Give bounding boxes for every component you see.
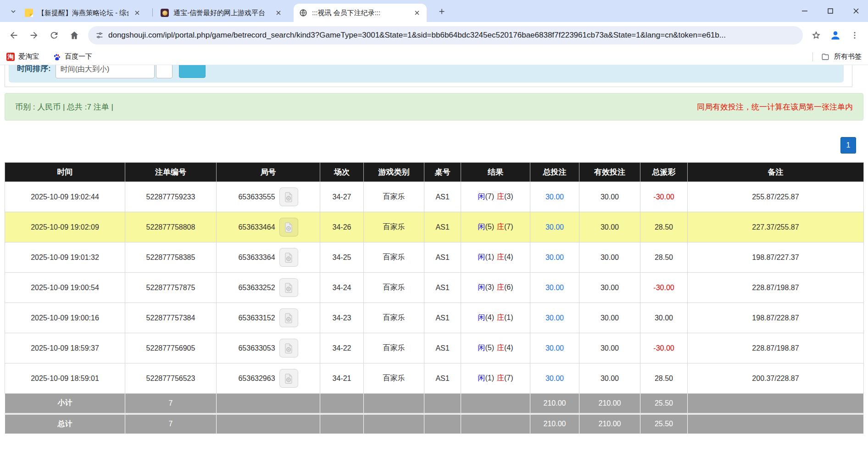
- result-banker-score: (6): [504, 283, 513, 291]
- cell-note: 228.87/198.87: [688, 333, 864, 363]
- pagination-page-1-button[interactable]: 1: [840, 137, 856, 154]
- browser-toolbar: dongshouji.com/ipl/portal.php/game/betre…: [0, 22, 868, 49]
- video-replay-button[interactable]: [279, 187, 298, 206]
- cell-game-type: 百家乐: [364, 333, 424, 363]
- search-button[interactable]: [179, 65, 206, 78]
- total-bet-link[interactable]: 30.00: [545, 284, 564, 292]
- cell-note: 198.87/227.37: [688, 242, 864, 273]
- bookmarks-bar: 淘 爱淘宝 百度一下 所有书签: [0, 49, 868, 65]
- minimize-button[interactable]: [798, 5, 811, 17]
- footer-cell: 210.00: [530, 414, 579, 434]
- tab-title: 【新提醒】海燕策略论坛 - 综合: [38, 9, 128, 17]
- cell-payout: 28.50: [640, 242, 688, 273]
- forward-button[interactable]: [25, 26, 43, 44]
- all-bookmarks[interactable]: 所有书签: [812, 52, 862, 61]
- column-header: 时间: [5, 163, 125, 182]
- video-replay-button[interactable]: [279, 218, 298, 236]
- table-row: 2025-10-09 19:00:54522877757875653633252…: [5, 273, 864, 303]
- back-button[interactable]: [5, 26, 23, 44]
- bookmark-label: 爱淘宝: [18, 52, 39, 61]
- round-id: 653633464: [238, 223, 275, 231]
- result-banker-score: (1): [504, 314, 513, 321]
- cell-result: 闲(4)庄(1): [461, 303, 530, 333]
- video-replay-button[interactable]: [279, 308, 298, 327]
- home-button[interactable]: [65, 26, 83, 44]
- footer-cell: [217, 394, 320, 414]
- footer-cell: [320, 414, 364, 434]
- home-icon: [69, 30, 79, 40]
- tab-title: :::视讯 会员下注纪录:::: [312, 9, 408, 17]
- video-replay-button[interactable]: [279, 278, 298, 297]
- total-bet-link[interactable]: 30.00: [545, 314, 564, 322]
- column-header: 总投注: [530, 163, 579, 182]
- table-header-row: 时间注单编号局号场次游戏类别桌号结果总投注有效投注总派彩备注: [5, 163, 864, 182]
- cell-note: 200.37/228.87: [688, 363, 864, 394]
- cell-bet-id: 522877756523: [125, 363, 217, 394]
- tab-bet-records[interactable]: :::视讯 会员下注纪录:::: [294, 4, 427, 22]
- round-id: 653633252: [238, 284, 275, 292]
- filter-addon-box[interactable]: [156, 65, 172, 78]
- table-row: 2025-10-09 19:01:32522877758385653633364…: [5, 242, 864, 273]
- video-replay-button[interactable]: [279, 369, 298, 388]
- cell-time: 2025-10-09 18:59:01: [5, 363, 125, 394]
- maximize-button[interactable]: [824, 5, 837, 17]
- footer-cell: [424, 394, 461, 414]
- cell-total-bet: 30.00: [530, 273, 579, 303]
- cell-bet-id: 522877758808: [125, 212, 217, 242]
- tab-forum[interactable]: 【新提醒】海燕策略论坛 - 综合: [19, 4, 147, 22]
- tab-search-button[interactable]: [7, 6, 19, 17]
- video-file-icon: [283, 313, 294, 324]
- bookmark-star-button[interactable]: [807, 27, 825, 44]
- profile-avatar-button[interactable]: [827, 27, 844, 44]
- cell-game-type: 百家乐: [364, 212, 424, 242]
- video-replay-button[interactable]: [279, 248, 298, 267]
- kebab-menu-icon: [850, 31, 859, 40]
- result-banker: 庄: [497, 253, 504, 261]
- page-content: 时间排序: 时间(由大到小) 币别 : 人民币 | 总共 :7 注单 | 同局有…: [0, 65, 868, 451]
- table-row: 2025-10-09 18:59:37522877756905653633053…: [5, 333, 864, 363]
- cell-result: 闲(1)庄(4): [461, 242, 530, 273]
- tab-close-icon[interactable]: [413, 9, 421, 17]
- cell-payout: 30.00: [640, 303, 688, 333]
- tab-close-icon[interactable]: [274, 9, 283, 17]
- close-window-button[interactable]: [850, 5, 862, 17]
- cell-session: 34-22: [320, 333, 364, 363]
- total-bet-link[interactable]: 30.00: [545, 344, 564, 352]
- cell-valid-bet: 30.00: [579, 273, 640, 303]
- tab-tongbao[interactable]: 通宝-信誉最好的网上游戏平台: [155, 4, 288, 22]
- total-bet-link[interactable]: 30.00: [545, 374, 564, 382]
- footer-cell: [217, 414, 320, 434]
- bet-records-table: 时间注单编号局号场次游戏类别桌号结果总投注有效投注总派彩备注 2025-10-0…: [5, 162, 864, 434]
- total-bet-link[interactable]: 30.00: [545, 193, 564, 201]
- emblem-favicon-icon: [161, 9, 169, 17]
- filter-panel-box: 时间排序: 时间(由大到小): [5, 65, 852, 87]
- round-id: 653632963: [238, 374, 275, 382]
- chevron-down-icon: [10, 8, 17, 15]
- window-controls: [798, 0, 862, 22]
- cell-valid-bet: 30.00: [579, 182, 640, 212]
- footer-cell: 210.00: [579, 414, 640, 434]
- total-bet-link[interactable]: 30.00: [545, 253, 564, 261]
- column-header: 场次: [320, 163, 364, 182]
- cell-valid-bet: 30.00: [579, 333, 640, 363]
- address-bar[interactable]: dongshouji.com/ipl/portal.php/game/betre…: [88, 26, 803, 44]
- tab-close-icon[interactable]: [133, 9, 141, 17]
- video-replay-button[interactable]: [279, 339, 298, 358]
- table-row: 2025-10-09 19:02:44522877759233653633555…: [5, 182, 864, 212]
- cell-table-no: AS1: [424, 273, 461, 303]
- bookmark-taobao[interactable]: 淘 爱淘宝: [6, 52, 39, 61]
- result-player: 闲: [478, 253, 485, 261]
- all-bookmarks-label: 所有书签: [834, 52, 862, 61]
- column-header: 游戏类别: [364, 163, 424, 182]
- footer-cell: 总计: [5, 414, 125, 434]
- reload-button[interactable]: [45, 26, 63, 44]
- cell-round: 653633252: [217, 273, 320, 303]
- result-banker: 庄: [497, 314, 504, 321]
- total-bet-link[interactable]: 30.00: [545, 223, 564, 231]
- browser-menu-button[interactable]: [846, 27, 863, 44]
- folder-icon: [821, 53, 829, 61]
- sort-order-select[interactable]: 时间(由大到小): [56, 65, 155, 78]
- new-tab-button[interactable]: [436, 6, 448, 17]
- result-player: 闲: [478, 344, 485, 352]
- bookmark-baidu[interactable]: 百度一下: [53, 52, 92, 61]
